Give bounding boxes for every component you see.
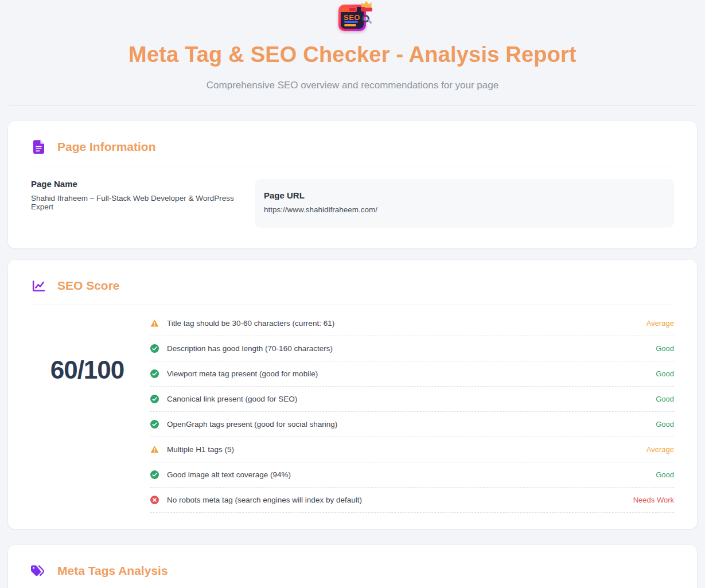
page-url-label: Page URL bbox=[264, 190, 665, 200]
score-body: 60/100 Title tag should be 30-60 charact… bbox=[24, 311, 681, 513]
check-description: Viewport meta tag present (good for mobi… bbox=[167, 369, 318, 378]
document-icon bbox=[31, 139, 46, 154]
score-checklist-row: Viewport meta tag present (good for mobi… bbox=[150, 361, 674, 387]
score-checklist: Title tag should be 30-60 characters (cu… bbox=[150, 311, 674, 513]
logo-topbar bbox=[341, 7, 357, 12]
seo-score-card: SEO Score 60/100 Title tag should be 30-… bbox=[8, 260, 697, 529]
check-description: Description has good length (70-160 char… bbox=[167, 344, 333, 353]
status-badge: Good bbox=[656, 369, 674, 378]
crown-icon bbox=[361, 1, 372, 7]
warning-icon bbox=[150, 319, 159, 328]
page-name-field: Page Name Shahid Ifraheem – Full-Stack W… bbox=[31, 179, 244, 228]
status-badge: Good bbox=[656, 470, 674, 479]
score-checklist-row: No robots meta tag (search engines will … bbox=[150, 488, 674, 513]
logo-red-badge bbox=[361, 7, 372, 11]
page-information-header: Page Information bbox=[24, 139, 681, 154]
seo-score-header: SEO Score bbox=[24, 278, 681, 293]
status-badge: Average bbox=[646, 445, 674, 454]
logo-inner: SEO bbox=[341, 7, 364, 29]
page-subtitle: Comprehensive SEO overview and recommend… bbox=[0, 80, 705, 91]
section-title: Meta Tags Analysis bbox=[57, 564, 168, 578]
score-checklist-row: Good image alt text coverage (94%) Good bbox=[150, 462, 674, 488]
meta-tags-card: Meta Tags Analysis title charset viewpor… bbox=[8, 545, 697, 588]
chart-line-icon bbox=[31, 278, 46, 293]
score-panel: 60/100 bbox=[24, 356, 150, 384]
score-checklist-row: Multiple H1 tags (5) Average bbox=[150, 437, 674, 462]
section-divider bbox=[31, 166, 674, 166]
page-url-value: https://www.shahidifraheem.com/ bbox=[264, 205, 665, 214]
logo-bar-orange bbox=[344, 24, 356, 26]
check-description: Good image alt text coverage (94%) bbox=[167, 470, 291, 479]
magnifier-icon bbox=[362, 15, 369, 22]
cross-icon bbox=[150, 496, 159, 504]
check-description: OpenGraph tags present (good for social … bbox=[167, 420, 337, 429]
page-name-value: Shahid Ifraheem – Full-Stack Web Develop… bbox=[31, 194, 244, 211]
score-checklist-row: Title tag should be 30-60 characters (cu… bbox=[150, 311, 674, 336]
section-divider bbox=[31, 305, 674, 305]
status-badge: Needs Work bbox=[633, 496, 674, 504]
seo-app-logo-icon: SEO bbox=[333, 2, 373, 32]
section-title: Page Information bbox=[57, 140, 156, 154]
score-checklist-row: OpenGraph tags present (good for social … bbox=[150, 412, 674, 437]
tags-icon bbox=[31, 563, 46, 578]
score-checklist-row: Description has good length (70-160 char… bbox=[150, 336, 674, 361]
check-icon bbox=[150, 420, 159, 429]
score-checklist-row: Canonical link present (good for SEO) Go… bbox=[150, 387, 674, 412]
check-description: No robots meta tag (search engines will … bbox=[167, 496, 362, 504]
logo-bar-blue bbox=[344, 21, 358, 23]
logo-chip bbox=[349, 8, 356, 11]
page-information-card: Page Information Page Name Shahid Ifrahe… bbox=[8, 121, 697, 248]
check-icon bbox=[150, 344, 159, 353]
header-divider bbox=[9, 105, 696, 106]
report-header: SEO Meta Tag & SEO Checker - Analysis Re… bbox=[0, 0, 705, 106]
check-description: Canonical link present (good for SEO) bbox=[167, 395, 297, 403]
page-info-grid: Page Name Shahid Ifraheem – Full-Stack W… bbox=[31, 179, 674, 228]
page-url-field: Page URL https://www.shahidifraheem.com/ bbox=[255, 179, 674, 228]
check-icon bbox=[150, 470, 159, 479]
status-badge: Good bbox=[656, 395, 674, 403]
status-badge: Good bbox=[656, 420, 674, 429]
check-description: Title tag should be 30-60 characters (cu… bbox=[167, 319, 334, 328]
warning-icon bbox=[150, 445, 159, 454]
seo-score-value: 60/100 bbox=[50, 356, 124, 384]
status-badge: Average bbox=[646, 319, 674, 328]
page-name-label: Page Name bbox=[31, 179, 244, 189]
check-icon bbox=[150, 395, 159, 403]
seo-report-page: SEO Meta Tag & SEO Checker - Analysis Re… bbox=[0, 0, 705, 588]
check-icon bbox=[150, 369, 159, 378]
meta-tags-header: Meta Tags Analysis bbox=[24, 563, 681, 578]
section-title: SEO Score bbox=[57, 279, 120, 293]
check-description: Multiple H1 tags (5) bbox=[167, 445, 234, 454]
status-badge: Good bbox=[656, 344, 674, 353]
page-title: Meta Tag & SEO Checker - Analysis Report bbox=[0, 42, 705, 67]
